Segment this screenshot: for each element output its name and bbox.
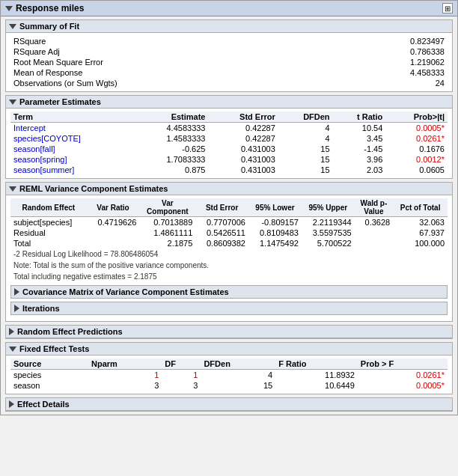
summary-collapse-icon[interactable]: [9, 24, 16, 29]
param-stderr: 0.431003: [208, 165, 278, 175]
reml-pct: 100.000: [393, 238, 448, 248]
param-estimate: -0.625: [133, 144, 209, 154]
param-col-stderr: Std Error: [208, 112, 278, 123]
summary-row: Root Mean Square Error 1.219062: [10, 57, 448, 67]
reml-effect: Residual: [10, 228, 87, 238]
effect-details-collapse-icon[interactable]: [9, 400, 14, 408]
fixed-df: 3: [162, 380, 201, 391]
summary-label: Observations (or Sum Wgts): [10, 78, 145, 88]
fixed-prob: 0.0005*: [358, 380, 448, 391]
param-col-dfden: DFDen: [278, 112, 333, 123]
expand-button[interactable]: ⊞: [442, 3, 453, 13]
reml-waldp: [355, 228, 394, 238]
reml-header[interactable]: REML Variance Component Estimates: [6, 183, 452, 195]
param-row: Intercept 4.4583333 0.42287 4 10.54 0.00…: [10, 123, 448, 134]
summary-value: 24: [145, 78, 448, 88]
param-tratio: 10.54: [333, 123, 386, 134]
effect-details-title: Effect Details: [17, 400, 70, 409]
reml-notes: -2 Residual Log Likelihood = 78.80648605…: [10, 248, 448, 282]
reml-col-varratio: Var Ratio: [87, 198, 140, 217]
iterations-title: Iterations: [22, 304, 60, 313]
param-term: Intercept: [10, 123, 133, 134]
param-estimate: 1.4583333: [133, 133, 209, 144]
fixed-fratio: 11.8932: [275, 370, 358, 381]
param-prob: 0.0012*: [385, 154, 448, 165]
param-table: Term Estimate Std Error DFDen t Ratio Pr…: [10, 112, 448, 175]
covariance-collapse-icon[interactable]: [14, 288, 19, 296]
param-header[interactable]: Parameter Estimates: [6, 96, 452, 109]
param-term: season[fall]: [10, 144, 133, 154]
reml-section: REML Variance Component Estimates Random…: [5, 182, 453, 322]
summary-label: RSquare Adj: [10, 46, 145, 57]
param-dfden: 15: [278, 154, 333, 165]
summary-table: RSquare 0.823497RSquare Adj 0.786338Root…: [10, 36, 448, 88]
summary-content: RSquare 0.823497RSquare Adj 0.786338Root…: [6, 33, 452, 91]
summary-row: RSquare Adj 0.786338: [10, 46, 448, 57]
summary-row: Mean of Response 4.458333: [10, 67, 448, 78]
fixed-row: season 3 3 15 10.6449 0.0005*: [10, 380, 448, 391]
reml-effect: Total: [10, 238, 87, 248]
reml-collapse-icon[interactable]: [9, 186, 16, 192]
param-estimate: 0.875: [133, 165, 209, 175]
param-tratio: 3.45: [333, 133, 386, 144]
covariance-header[interactable]: Covariance Matrix of Variance Component …: [11, 286, 447, 298]
fixed-effect-collapse-icon[interactable]: [9, 347, 16, 352]
param-stderr: 0.431003: [208, 154, 278, 165]
summary-header[interactable]: Summary of Fit: [6, 20, 452, 33]
reml-title: REML Variance Component Estimates: [19, 184, 168, 193]
param-dfden: 4: [278, 133, 333, 144]
param-dfden: 4: [278, 123, 333, 134]
reml-varcomp: 2.1875: [139, 238, 195, 248]
summary-label: RSquare: [10, 36, 145, 46]
param-row: season[fall] -0.625 0.431003 15 -1.45 0.…: [10, 144, 448, 154]
fixed-col-source: Source: [10, 358, 88, 370]
reml-col-upper: 95% Upper: [302, 198, 355, 217]
param-section: Parameter Estimates Term Estimate Std Er…: [5, 95, 453, 179]
param-term: season[summer]: [10, 165, 133, 175]
param-col-tratio: t Ratio: [333, 112, 386, 123]
reml-lower: 1.1475492: [248, 238, 302, 248]
summary-label: Root Mean Square Error: [10, 57, 145, 67]
fixed-prob: 0.0261*: [358, 370, 448, 381]
param-term: season[spring]: [10, 154, 133, 165]
param-prob: 0.0005*: [385, 123, 448, 134]
effect-details-header[interactable]: Effect Details: [6, 398, 452, 411]
param-dfden: 15: [278, 144, 333, 154]
iterations-header[interactable]: Iterations: [11, 302, 447, 314]
param-estimate: 4.4583333: [133, 123, 209, 134]
param-dfden: 15: [278, 165, 333, 175]
fixed-col-df: DF: [162, 358, 201, 370]
reml-stderr: 0.7707006: [195, 217, 248, 228]
reml-stderr: 0.8609382: [195, 238, 248, 248]
reml-row: Residual 1.4861111 0.5426511 0.8109483 3…: [10, 228, 448, 238]
reml-varcomp: 0.7013889: [139, 217, 195, 228]
reml-waldp: [355, 238, 394, 248]
param-row: species[COYOTE] 1.4583333 0.42287 4 3.45…: [10, 133, 448, 144]
main-title-bar[interactable]: Response miles ⊞: [1, 1, 457, 16]
collapse-icon[interactable]: [5, 6, 13, 11]
fixed-effect-content: Source Nparm DF DFDen F Ratio Prob > F s…: [6, 356, 452, 394]
reml-col-stderr: Std Error: [195, 198, 248, 217]
reml-lower: 0.8109483: [248, 228, 302, 238]
fixed-effect-header[interactable]: Fixed Effect Tests: [6, 343, 452, 356]
param-tratio: -1.45: [333, 144, 386, 154]
param-stderr: 0.431003: [208, 144, 278, 154]
reml-varratio: [87, 228, 140, 238]
random-effect-header[interactable]: Random Effect Predictions: [6, 326, 452, 338]
iterations-section: Iterations: [10, 302, 448, 315]
reml-content: Random Effect Var Ratio VarComponent Std…: [6, 195, 452, 321]
reml-note: Total including negative estimates = 2.1…: [10, 271, 448, 282]
reml-varratio: 0.4719626: [87, 217, 140, 228]
reml-upper: 5.700522: [302, 238, 355, 248]
reml-pct: 67.937: [393, 228, 448, 238]
reml-note: -2 Residual Log Likelihood = 78.80648605…: [10, 248, 448, 260]
fixed-row: species 1 1 4 11.8932 0.0261*: [10, 370, 448, 381]
fixed-effect-table: Source Nparm DF DFDen F Ratio Prob > F s…: [10, 358, 448, 391]
fixed-effect-title: Fixed Effect Tests: [19, 344, 89, 353]
summary-value: 1.219062: [145, 57, 448, 67]
iterations-collapse-icon[interactable]: [14, 305, 19, 312]
fixed-nparm: 1: [88, 370, 162, 381]
param-collapse-icon[interactable]: [9, 100, 16, 105]
random-effect-collapse-icon[interactable]: [9, 328, 14, 335]
fixed-col-fratio: F Ratio: [275, 358, 358, 370]
